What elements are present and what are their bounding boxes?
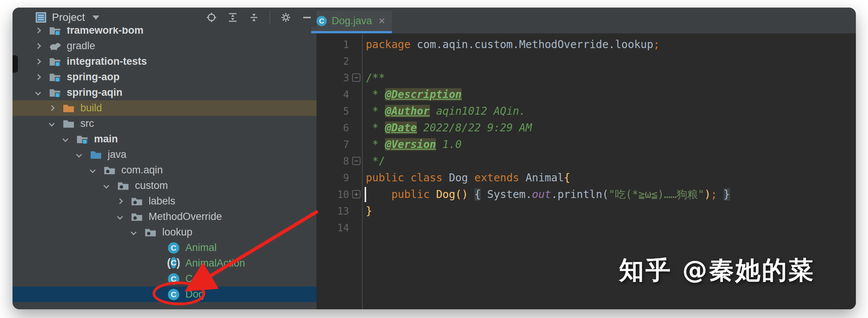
module-folder-icon (49, 56, 61, 67)
chevron-expanded-icon[interactable] (131, 229, 137, 235)
code-token: out (532, 188, 551, 201)
tree-item-main[interactable]: main (13, 131, 316, 147)
fold-bottom-marker[interactable]: − (352, 157, 360, 165)
class-icon: C (167, 289, 180, 300)
chevron-collapsed-icon[interactable] (35, 28, 41, 34)
tree-item-Dog[interactable]: CDog (13, 287, 316, 302)
tree-item-label: Cat (185, 273, 201, 285)
chevron-expanded-icon[interactable] (90, 167, 96, 173)
tree-item-label: integration-tests (67, 56, 147, 67)
code-token: Animal (525, 171, 564, 184)
chevron-expanded-icon[interactable] (63, 136, 69, 142)
tree-item-label: main (94, 133, 118, 145)
chevron-collapsed-icon[interactable] (49, 105, 55, 111)
tree-item-label: labels (149, 195, 175, 207)
code-token: "吃(*≧ω≦)……狗粮" (609, 188, 705, 201)
code-token: 2022/8/22 9:29 AM (417, 122, 532, 134)
code-token: * (366, 105, 385, 117)
chevron-collapsed-icon[interactable] (117, 198, 123, 204)
module-folder-icon (49, 87, 61, 98)
build-folder-icon (62, 103, 75, 113)
code-token: public (391, 188, 436, 201)
tree-item-java[interactable]: java (13, 147, 316, 162)
code-token: * (366, 122, 385, 134)
line-number: 7 (316, 136, 349, 153)
tree-item-src[interactable]: src (13, 116, 316, 131)
code-token: /** (366, 72, 385, 84)
code-line-13[interactable]: } (366, 203, 372, 220)
tree-item-label: spring-aop (67, 71, 120, 83)
fold-top-marker[interactable]: − (352, 73, 360, 82)
tree-item-label: Animal (185, 242, 217, 254)
code-line-6[interactable]: * @Date 2022/8/22 9:29 AM (366, 120, 532, 136)
code-token (717, 188, 724, 201)
fold-closed-marker[interactable]: + (352, 190, 360, 198)
code-line-5[interactable]: * @Author aqin1012 AQin. (366, 103, 525, 120)
chevron-expanded-icon[interactable] (76, 152, 82, 158)
expand-all-icon[interactable] (227, 12, 238, 23)
line-number: 14 (316, 220, 349, 236)
code-token: .println( (551, 188, 609, 201)
code-line-9[interactable]: public class Dog extends Animal{ (366, 170, 570, 186)
code-line-7[interactable]: * @Version 1.0 (366, 136, 462, 153)
collapse-all-icon[interactable] (248, 12, 260, 23)
tree-item-integration-tests[interactable]: integration-tests (13, 54, 316, 69)
code-token: com.aqin.custom.MethodOverride.lookup (417, 38, 653, 51)
source-root-folder-icon (89, 150, 102, 160)
project-tool-window: Project framework-bomgradleintegration-t… (13, 8, 316, 309)
tab-dog-java[interactable]: C Dog.java × (311, 11, 392, 31)
tree-item-com.aqin[interactable]: com.aqin (13, 162, 316, 178)
code-token: aqin1012 AQin. (430, 105, 526, 117)
chevron-expanded-icon[interactable] (103, 183, 110, 189)
code-line-10[interactable]: public Dog() { System.out.println("吃(*≧ω… (366, 186, 730, 203)
chevron-collapsed-icon[interactable] (35, 74, 41, 80)
tree-item-build[interactable]: build (13, 100, 316, 116)
code-line-8[interactable]: */ (366, 153, 385, 170)
tree-item-labels[interactable]: labels (13, 193, 316, 209)
tree-item-AnimalAction[interactable]: (C)AnimalAction (13, 256, 316, 271)
gradle-elephant-icon (49, 41, 61, 51)
chevron-expanded-icon[interactable] (49, 121, 55, 127)
tree-item-spring-aop[interactable]: spring-aop (13, 69, 316, 85)
code-token: @Author (385, 105, 430, 117)
tree-item-label: gradle (67, 40, 95, 52)
tree-item-label: com.aqin (121, 164, 163, 176)
settings-gear-icon[interactable] (280, 12, 291, 23)
toolbar-separator (269, 11, 270, 24)
tree-item-gradle[interactable]: gradle (13, 38, 316, 54)
line-number: 3 (316, 70, 349, 86)
chevron-expanded-icon[interactable] (35, 90, 41, 96)
project-view-selector[interactable]: Project (34, 11, 99, 23)
chevron-expanded-icon[interactable] (117, 214, 123, 220)
tree-item-Animal[interactable]: CAnimal (13, 240, 316, 256)
code-token (468, 188, 475, 201)
package-folder-icon (103, 165, 116, 175)
code-token: ) (704, 188, 711, 201)
chevron-collapsed-icon[interactable] (35, 59, 41, 65)
hide-panel-icon[interactable] (301, 12, 313, 23)
close-icon[interactable]: × (379, 15, 385, 26)
tree-item-Cat[interactable]: CCat (13, 271, 316, 287)
code-line-3[interactable]: /** (366, 70, 385, 86)
code-line-1[interactable]: package com.aqin.custom.MethodOverride.l… (366, 36, 660, 53)
code-token: * (366, 138, 385, 151)
ide-window: Project framework-bomgradleintegration-t… (13, 8, 856, 309)
code-token: * (366, 88, 385, 101)
tree-item-lookup[interactable]: lookup (13, 224, 316, 240)
class-icon: C (316, 16, 327, 26)
locate-icon[interactable] (206, 12, 217, 23)
tree-item-label: src (80, 118, 94, 129)
tree-item-MethodOverride[interactable]: MethodOverride (13, 209, 316, 224)
tree-item-spring-aqin[interactable]: spring-aqin (13, 85, 316, 100)
code-token: ; (653, 38, 660, 51)
line-number: 4 (316, 86, 349, 103)
interface-class-icon: (C) (167, 257, 180, 270)
line-number: 6 (316, 120, 349, 136)
code-line-4[interactable]: * @Description (366, 86, 462, 103)
module-folder-icon (76, 134, 89, 144)
chevron-collapsed-icon[interactable] (35, 43, 41, 49)
folder-icon (62, 118, 75, 129)
tree-item-custom[interactable]: custom (13, 178, 316, 193)
class-icon: C (167, 273, 180, 285)
code-token: { (475, 188, 481, 201)
